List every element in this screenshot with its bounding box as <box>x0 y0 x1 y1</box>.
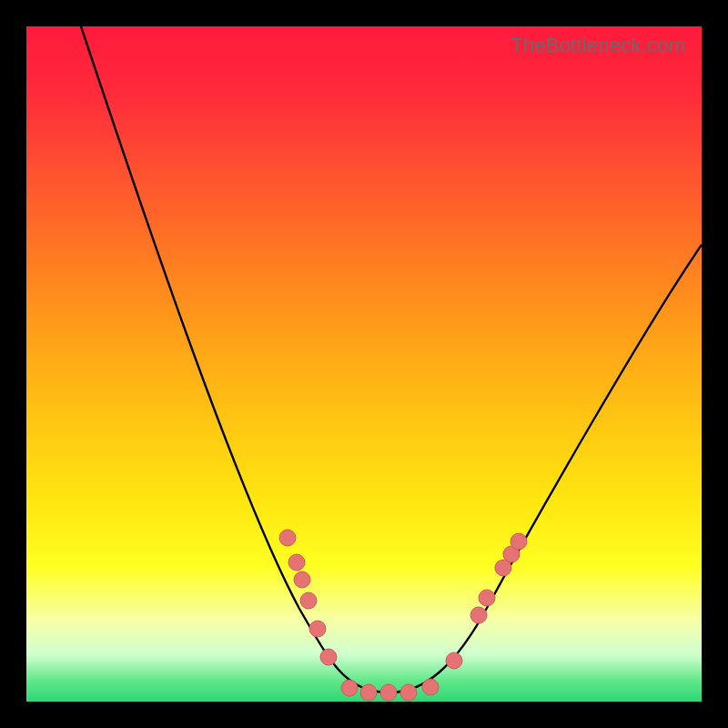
data-dots <box>279 530 527 701</box>
data-point <box>288 554 305 571</box>
data-point <box>380 684 397 701</box>
data-point <box>470 607 487 623</box>
plot-area: TheBottleneck.com <box>26 26 702 702</box>
data-point <box>279 530 296 546</box>
data-point <box>320 649 337 665</box>
data-point <box>341 680 358 696</box>
data-point <box>300 592 317 609</box>
data-point <box>400 684 417 701</box>
data-point <box>422 679 439 695</box>
data-point <box>309 621 326 637</box>
data-point <box>294 571 310 588</box>
data-point <box>479 590 495 606</box>
curve-layer <box>26 26 702 702</box>
data-point <box>360 684 377 701</box>
bottleneck-curve <box>81 26 702 693</box>
data-point <box>446 652 462 669</box>
chart-stage: TheBottleneck.com <box>0 0 728 728</box>
data-point <box>511 533 527 550</box>
watermark-text: TheBottleneck.com <box>511 34 685 57</box>
